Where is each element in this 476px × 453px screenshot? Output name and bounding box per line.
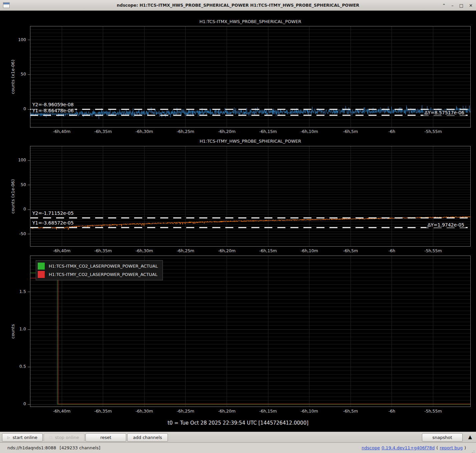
plot2-title: H1:TCS-ITMY_HWS_PROBE_SPHERICAL_POWER [30,139,471,144]
legend-item-itmy: H1:TCS-ITMY_CO2_LASERPOWER_POWER_ACTUAL [38,270,158,279]
stop-icon: □ [49,436,52,439]
expand-triangle-icon[interactable]: ▲ [468,434,472,440]
x-tick-label: -6h,35m [88,129,118,134]
ndscope-link[interactable]: ndscope [362,445,380,450]
channel-count: [429233 channels] [59,445,100,450]
y-tick-label: 1.5 [3,289,26,294]
plot2-cursor-y2-label[interactable]: Y2=-1.71152e-05 [31,210,75,216]
plot-grid: H1:TCS-ITMX_HWS_PROBE_SPHERICAL_POWER H1… [0,0,476,432]
x-tick-label: -6h,15m [253,409,283,414]
plot-canvas-1[interactable] [30,26,471,128]
play-icon: ▷ [7,436,10,439]
plot-canvas-2[interactable] [30,146,471,247]
paren-close: ) [464,445,466,450]
stop-online-button[interactable]: □ stop online [44,433,84,442]
x-tick-label: -6h,30m [129,129,159,134]
toolbar-button-group: ▷ start online □ stop online reset add c… [2,433,168,442]
y-tick-label: 1.0 [3,326,26,331]
y-tick-label: -50 [3,231,26,236]
legend-swatch-red [38,271,45,278]
x-tick-label: -6h,5m [335,129,366,134]
ndscope-window: ndscope: H1:TCS-ITMX_HWS_PROBE_SPHERICAL… [0,0,476,453]
x-tick-label: -6h,10m [294,129,324,134]
y-tick-label: 50 [3,182,26,187]
plot2-cursor-dy-label: ΔY=1.9742e-05 [426,222,466,228]
x-tick-label: -5h,55m [418,409,448,414]
y-tick-label: 100 [3,37,26,42]
x-tick-label: -6h,35m [88,248,118,253]
start-online-button[interactable]: ▷ start online [2,433,43,442]
x-tick-label: -6h,25m [171,409,201,414]
x-tick-label: -6h,40m [47,409,77,414]
x-tick-label: -6h,20m [212,129,242,134]
reset-label: reset [100,435,111,440]
paren-open: ( [436,445,438,450]
legend-swatch-green [38,263,45,270]
version-status: ndscope 0.19.4.dev11+g406f78d (report bu… [362,443,466,453]
stop-online-label: stop online [55,435,79,440]
x-tick-label: -6h [377,409,407,414]
statusbar: nds://h1daqnds1:8088 [429233 channels] n… [0,442,476,453]
x-tick-label: -6h,10m [294,248,324,253]
x-tick-label: -6h,10m [294,409,324,414]
server-status: nds://h1daqnds1:8088 [429233 channels] [7,443,100,453]
y-tick-label: 0 [3,106,26,111]
server-address: nds://h1daqnds1:8088 [7,445,56,450]
toolbar: ▷ start online □ stop online reset add c… [0,432,476,442]
plot1-cursor-y2-label[interactable]: Y2=-8.96059e-08 [31,102,75,108]
x-tick-label: -5h,55m [418,129,448,134]
x-tick-label: -6h,35m [88,409,118,414]
plot1-cursor-dy-label: ΔY=8.57517e-06 [423,110,466,116]
t0-timestamp: t0 = Tue Oct 28 2025 22:39:54 UTC [14457… [0,420,476,426]
y-tick-label: 0 [3,401,26,406]
snapshot-button[interactable]: snapshot [422,433,463,442]
plot1-cursor-y1-label[interactable]: Y1=-8.66478e-06 [31,108,75,114]
x-tick-label: -6h,30m [129,248,159,253]
x-tick-label: -6h [377,248,407,253]
y-tick-label: 100 [3,157,26,162]
x-tick-label: -5h,55m [418,248,448,253]
x-tick-label: -6h,40m [47,248,77,253]
plot2-cursor-y1-label[interactable]: Y1=-3.68572e-05 [31,220,75,226]
x-tick-label: -6h [377,129,407,134]
x-tick-label: -6h,25m [171,248,201,253]
y-tick-label: 0.5 [3,364,26,369]
x-tick-label: -6h,20m [212,248,242,253]
plot3-legend[interactable]: H1:TCS-ITMX_CO2_LASERPOWER_POWER_ACTUAL … [36,260,163,280]
legend-label-itmx: H1:TCS-ITMX_CO2_LASERPOWER_POWER_ACTUAL [49,264,158,269]
legend-label-itmy: H1:TCS-ITMY_CO2_LASERPOWER_POWER_ACTUAL [49,272,158,277]
version-link[interactable]: 0.19.4.dev11+g406f78d [382,445,435,450]
x-tick-label: -6h,5m [335,409,366,414]
legend-item-itmx: H1:TCS-ITMX_CO2_LASERPOWER_POWER_ACTUAL [38,262,158,270]
x-tick-label: -6h,20m [212,409,242,414]
y-tick-label: 50 [3,71,26,77]
start-online-label: start online [13,435,37,440]
x-tick-label: -6h,30m [129,409,159,414]
x-tick-label: -6h,40m [47,129,77,134]
reset-button[interactable]: reset [85,433,126,442]
snapshot-label: snapshot [432,435,452,440]
x-tick-label: -6h,15m [253,129,283,134]
plot1-ylabel: counts (x1e-06) [10,60,15,94]
y-tick-label: 0 [3,206,26,211]
add-channels-button[interactable]: add channels [127,433,168,442]
resize-grip[interactable] [474,451,474,451]
x-tick-label: -6h,15m [253,248,283,253]
x-tick-label: -6h,25m [171,129,201,134]
plot1-title: H1:TCS-ITMX_HWS_PROBE_SPHERICAL_POWER [30,19,471,24]
report-bug-link[interactable]: report bug [440,445,463,450]
add-channels-label: add channels [133,435,162,440]
x-tick-label: -6h,5m [335,248,366,253]
